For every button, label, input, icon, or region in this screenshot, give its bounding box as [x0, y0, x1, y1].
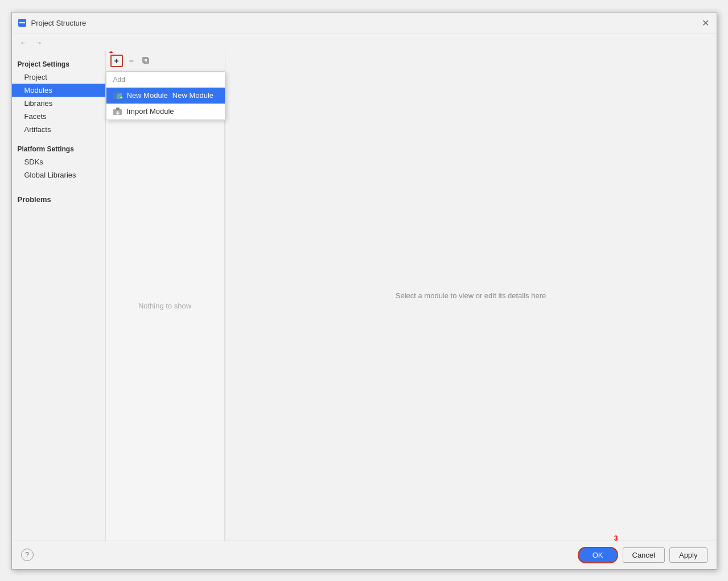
bottom-bar: ? 3 OK Cancel Apply	[12, 541, 717, 569]
new-module-icon: +	[113, 91, 122, 100]
content-area: Project Settings Project Modules Librari…	[12, 51, 717, 541]
remove-module-button[interactable]: −	[125, 55, 138, 67]
svg-rect-10	[116, 108, 120, 110]
nav-bar: ← →	[12, 34, 717, 51]
split-view: 1 + − Add	[106, 51, 717, 541]
platform-settings-label: Platform Settings	[12, 143, 105, 155]
dialog-title: Project Structure	[31, 19, 696, 27]
step1-badge: 1	[109, 51, 113, 55]
sidebar-item-project[interactable]: Project	[12, 71, 105, 84]
copy-module-button[interactable]	[140, 55, 153, 67]
svg-rect-2	[144, 59, 149, 63]
import-module-icon	[113, 107, 122, 116]
ok-btn-wrapper: 3 OK	[578, 547, 618, 563]
import-module-label: Import Module	[127, 107, 174, 116]
import-module-item[interactable]: Import Module	[106, 104, 225, 120]
svg-rect-3	[143, 57, 147, 62]
apply-button[interactable]: Apply	[669, 547, 708, 563]
sidebar-item-problems[interactable]: Problems	[12, 193, 105, 206]
empty-list-text: Nothing to show	[138, 302, 191, 310]
project-settings-label: Project Settings	[12, 58, 105, 71]
sidebar: Project Settings Project Modules Librari…	[12, 51, 106, 541]
close-button[interactable]: ✕	[701, 18, 711, 28]
svg-rect-6	[116, 92, 120, 94]
sidebar-item-modules[interactable]: Modules	[12, 84, 105, 97]
sidebar-item-sdks[interactable]: SDKs	[12, 155, 105, 168]
ok-button[interactable]: OK	[578, 547, 618, 563]
new-module-label: New Module	[127, 91, 168, 100]
sidebar-item-facets[interactable]: Facets	[12, 110, 105, 123]
add-module-button[interactable]: +	[110, 55, 123, 67]
add-dropdown: Add + New Modul	[106, 72, 225, 120]
module-placeholder-text: Select a module to view or edit its deta…	[396, 291, 546, 300]
app-icon	[18, 18, 27, 27]
step3-badge: 3	[614, 534, 618, 542]
module-list: Nothing to show	[106, 72, 225, 541]
add-btn-wrapper: 1 +	[110, 55, 123, 67]
dropdown-header: Add	[106, 72, 225, 88]
svg-rect-1	[19, 22, 25, 23]
project-structure-dialog: Project Structure ✕ ← → Project Settings…	[11, 12, 717, 570]
right-panel: Select a module to view or edit its deta…	[225, 51, 717, 541]
svg-text:+: +	[120, 96, 122, 100]
svg-rect-5	[113, 93, 117, 99]
new-module-item[interactable]: + New Module New Module	[106, 88, 225, 104]
module-toolbar: 1 + −	[106, 51, 225, 72]
left-panel: 1 + − Add	[106, 51, 225, 541]
sidebar-item-global-libraries[interactable]: Global Libraries	[12, 168, 105, 182]
title-bar: Project Structure ✕	[12, 13, 717, 34]
cancel-button[interactable]: Cancel	[623, 547, 665, 563]
forward-button[interactable]: →	[32, 36, 45, 49]
bottom-left: ?	[21, 549, 573, 561]
help-button[interactable]: ?	[21, 549, 34, 561]
sidebar-item-libraries[interactable]: Libraries	[12, 97, 105, 110]
main-content: 1 + − Add	[106, 51, 717, 541]
back-button[interactable]: ←	[18, 36, 30, 49]
sidebar-item-artifacts[interactable]: Artifacts	[12, 123, 105, 136]
